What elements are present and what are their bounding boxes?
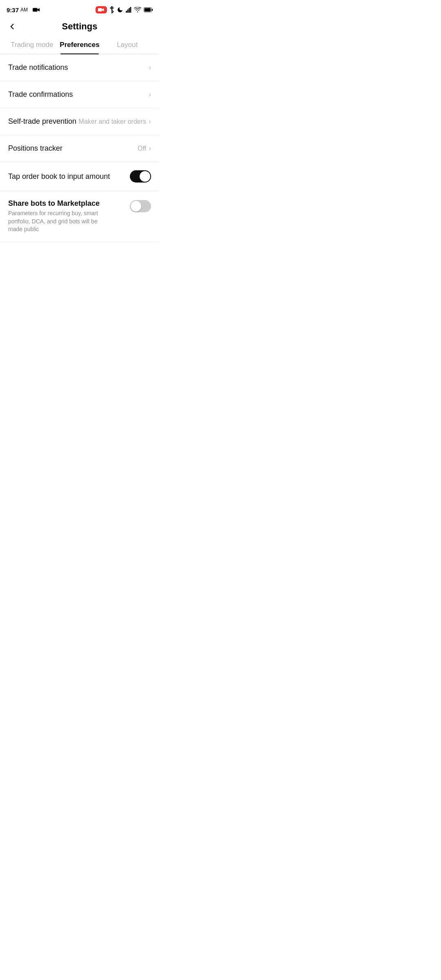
share-bots-label: Share bots to Marketplace bbox=[8, 199, 123, 208]
tap-order-book-toggle[interactable] bbox=[130, 170, 151, 183]
tab-layout[interactable]: Layout bbox=[103, 37, 151, 54]
chevron-icon: › bbox=[149, 90, 151, 99]
trade-notifications-right: › bbox=[149, 63, 151, 72]
recording-indicator bbox=[96, 6, 107, 13]
svg-marker-5 bbox=[130, 7, 131, 13]
status-time: 9:37 AM bbox=[7, 7, 40, 13]
settings-header: Settings bbox=[0, 18, 159, 37]
self-trade-prevention-value: Maker and taker orders bbox=[79, 118, 146, 125]
tap-order-book-left: Tap order book to input amount bbox=[8, 172, 110, 181]
toggle-thumb bbox=[140, 171, 150, 182]
trade-notifications-label: Trade notifications bbox=[8, 63, 68, 72]
trade-confirmations-left: Trade confirmations bbox=[8, 90, 73, 99]
tab-bar: Trading mode Preferences Layout bbox=[0, 37, 159, 54]
positions-tracker-value: Off bbox=[138, 145, 146, 152]
svg-marker-3 bbox=[127, 9, 129, 13]
status-bar: 9:37 AM bbox=[0, 0, 159, 18]
signal-icon bbox=[126, 7, 131, 13]
share-bots-item[interactable]: Share bots to Marketplace Parameters for… bbox=[0, 191, 159, 242]
back-button[interactable] bbox=[7, 21, 18, 32]
share-bots-left: Share bots to Marketplace Parameters for… bbox=[8, 199, 130, 234]
trade-confirmations-item[interactable]: Trade confirmations › bbox=[0, 81, 159, 108]
video-call-icon bbox=[33, 7, 40, 13]
chevron-icon: › bbox=[149, 117, 151, 126]
svg-rect-8 bbox=[145, 8, 151, 11]
tap-order-book-item[interactable]: Tap order book to input amount bbox=[0, 162, 159, 191]
self-trade-prevention-item[interactable]: Self-trade prevention Maker and taker or… bbox=[0, 108, 159, 135]
svg-marker-2 bbox=[126, 11, 127, 13]
trade-notifications-item[interactable]: Trade notifications › bbox=[0, 54, 159, 81]
svg-rect-0 bbox=[33, 8, 38, 12]
tab-preferences[interactable]: Preferences bbox=[56, 37, 104, 54]
ampm-display: AM bbox=[20, 7, 28, 13]
positions-tracker-right: Off › bbox=[138, 144, 151, 153]
tab-trading-mode[interactable]: Trading mode bbox=[8, 37, 56, 54]
bluetooth-icon bbox=[109, 6, 114, 13]
trade-notifications-left: Trade notifications bbox=[8, 63, 68, 72]
tap-order-book-label: Tap order book to input amount bbox=[8, 172, 110, 181]
toggle-thumb bbox=[131, 201, 141, 212]
chevron-icon: › bbox=[149, 63, 151, 72]
self-trade-prevention-left: Self-trade prevention bbox=[8, 117, 76, 126]
page-title: Settings bbox=[62, 21, 98, 32]
chevron-icon: › bbox=[149, 144, 151, 153]
svg-rect-1 bbox=[98, 8, 102, 11]
time-display: 9:37 bbox=[7, 7, 19, 13]
share-bots-sublabel: Parameters for recurring buy, smart port… bbox=[8, 209, 106, 234]
wifi-icon bbox=[134, 7, 141, 13]
share-bots-toggle[interactable] bbox=[130, 200, 151, 212]
preferences-menu-list: Trade notifications › Trade confirmation… bbox=[0, 54, 159, 242]
trade-confirmations-label: Trade confirmations bbox=[8, 90, 73, 99]
battery-icon bbox=[144, 7, 153, 12]
status-icons bbox=[96, 6, 153, 13]
svg-rect-7 bbox=[151, 9, 153, 11]
positions-tracker-item[interactable]: Positions tracker Off › bbox=[0, 135, 159, 162]
share-bots-right bbox=[130, 199, 151, 212]
trade-confirmations-right: › bbox=[149, 90, 151, 99]
positions-tracker-label: Positions tracker bbox=[8, 144, 62, 153]
self-trade-prevention-label: Self-trade prevention bbox=[8, 117, 76, 126]
svg-marker-4 bbox=[129, 8, 130, 13]
positions-tracker-left: Positions tracker bbox=[8, 144, 62, 153]
tap-order-book-right bbox=[130, 170, 151, 183]
moon-icon bbox=[117, 7, 123, 13]
self-trade-prevention-right: Maker and taker orders › bbox=[79, 117, 151, 126]
